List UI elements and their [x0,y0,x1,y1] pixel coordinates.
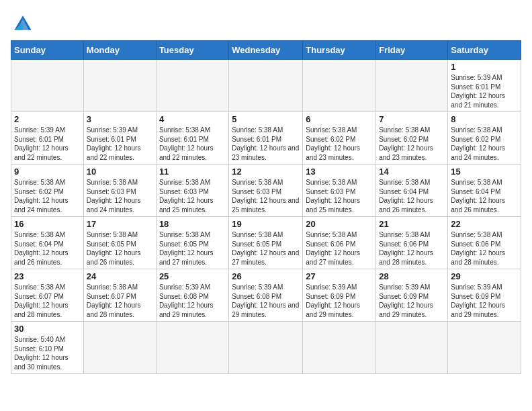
calendar-day-cell: 4Sunrise: 5:38 AM Sunset: 6:01 PM Daylig… [156,112,228,165]
day-number: 6 [306,114,373,124]
calendar-week-3: 9Sunrise: 5:38 AM Sunset: 6:02 PM Daylig… [11,165,521,217]
day-number: 17 [87,219,153,229]
day-info: Sunrise: 5:38 AM Sunset: 6:05 PM Dayligh… [159,230,226,267]
weekday-header-monday: Monday [83,41,156,60]
page-header [11,11,521,35]
calendar-day-cell: 13Sunrise: 5:38 AM Sunset: 6:03 PM Dayli… [303,165,376,217]
day-number: 30 [14,324,81,334]
calendar-day-cell: 11Sunrise: 5:38 AM Sunset: 6:03 PM Dayli… [156,165,228,217]
day-number: 19 [232,219,300,229]
day-info: Sunrise: 5:38 AM Sunset: 6:03 PM Dayligh… [87,178,153,214]
generalblue-logo-icon [11,11,35,35]
weekday-header-friday: Friday [376,41,448,60]
day-info: Sunrise: 5:39 AM Sunset: 6:01 PM Dayligh… [87,126,153,162]
weekday-header-tuesday: Tuesday [156,41,228,60]
calendar-day-cell [83,322,156,374]
calendar-week-1: 1Sunrise: 5:39 AM Sunset: 6:01 PM Daylig… [11,60,521,112]
day-info: Sunrise: 5:39 AM Sunset: 6:08 PM Dayligh… [159,283,226,319]
day-number: 22 [451,219,518,229]
day-info: Sunrise: 5:39 AM Sunset: 6:01 PM Dayligh… [14,126,81,162]
day-info: Sunrise: 5:38 AM Sunset: 6:04 PM Dayligh… [451,178,518,214]
day-number: 15 [451,167,518,177]
calendar-day-cell [376,60,448,112]
day-number: 8 [451,114,518,124]
day-number: 29 [451,271,518,281]
calendar-day-cell: 5Sunrise: 5:38 AM Sunset: 6:01 PM Daylig… [229,112,303,165]
day-number: 1 [451,62,518,72]
calendar-day-cell: 18Sunrise: 5:38 AM Sunset: 6:05 PM Dayli… [156,217,228,269]
weekday-header-wednesday: Wednesday [229,41,303,60]
day-number: 14 [379,167,445,177]
calendar-day-cell: 28Sunrise: 5:39 AM Sunset: 6:09 PM Dayli… [376,269,448,322]
calendar-day-cell: 24Sunrise: 5:38 AM Sunset: 6:07 PM Dayli… [83,269,156,322]
day-info: Sunrise: 5:38 AM Sunset: 6:06 PM Dayligh… [379,230,445,267]
day-number: 26 [232,271,300,281]
day-info: Sunrise: 5:38 AM Sunset: 6:06 PM Dayligh… [451,230,518,267]
calendar-table: SundayMondayTuesdayWednesdayThursdayFrid… [11,40,521,374]
day-info: Sunrise: 5:38 AM Sunset: 6:06 PM Dayligh… [306,230,373,267]
day-number: 18 [159,219,226,229]
day-info: Sunrise: 5:39 AM Sunset: 6:09 PM Dayligh… [306,283,373,319]
calendar-day-cell: 8Sunrise: 5:38 AM Sunset: 6:02 PM Daylig… [448,112,521,165]
day-info: Sunrise: 5:39 AM Sunset: 6:01 PM Dayligh… [451,73,518,109]
calendar-day-cell [156,322,228,374]
calendar-day-cell: 12Sunrise: 5:38 AM Sunset: 6:03 PM Dayli… [229,165,303,217]
day-info: Sunrise: 5:38 AM Sunset: 6:02 PM Dayligh… [306,126,373,162]
day-info: Sunrise: 5:38 AM Sunset: 6:03 PM Dayligh… [306,178,373,214]
day-info: Sunrise: 5:38 AM Sunset: 6:03 PM Dayligh… [159,178,226,214]
weekday-header-sunday: Sunday [11,41,84,60]
day-number: 28 [379,271,445,281]
day-number: 23 [14,271,81,281]
day-number: 21 [379,219,445,229]
calendar-day-cell [83,60,156,112]
day-info: Sunrise: 5:38 AM Sunset: 6:02 PM Dayligh… [14,178,81,214]
calendar-day-cell [156,60,228,112]
day-number: 25 [159,271,226,281]
day-number: 4 [159,114,226,124]
day-info: Sunrise: 5:38 AM Sunset: 6:07 PM Dayligh… [14,283,81,319]
day-info: Sunrise: 5:40 AM Sunset: 6:10 PM Dayligh… [14,335,81,371]
calendar-day-cell: 1Sunrise: 5:39 AM Sunset: 6:01 PM Daylig… [448,60,521,112]
calendar-day-cell [229,322,303,374]
calendar-week-5: 23Sunrise: 5:38 AM Sunset: 6:07 PM Dayli… [11,269,521,322]
calendar-day-cell: 21Sunrise: 5:38 AM Sunset: 6:06 PM Dayli… [376,217,448,269]
day-number: 2 [14,114,81,124]
day-number: 5 [232,114,300,124]
day-number: 3 [87,114,153,124]
day-number: 16 [14,219,81,229]
calendar-week-4: 16Sunrise: 5:38 AM Sunset: 6:04 PM Dayli… [11,217,521,269]
weekday-header-saturday: Saturday [448,41,521,60]
calendar-day-cell: 17Sunrise: 5:38 AM Sunset: 6:05 PM Dayli… [83,217,156,269]
day-info: Sunrise: 5:39 AM Sunset: 6:08 PM Dayligh… [232,283,300,319]
calendar-day-cell: 30Sunrise: 5:40 AM Sunset: 6:10 PM Dayli… [11,322,84,374]
calendar-day-cell [376,322,448,374]
day-info: Sunrise: 5:38 AM Sunset: 6:04 PM Dayligh… [14,230,81,267]
weekday-header-row: SundayMondayTuesdayWednesdayThursdayFrid… [11,41,521,60]
day-info: Sunrise: 5:38 AM Sunset: 6:05 PM Dayligh… [87,230,153,267]
day-info: Sunrise: 5:38 AM Sunset: 6:01 PM Dayligh… [232,126,300,162]
calendar-day-cell: 23Sunrise: 5:38 AM Sunset: 6:07 PM Dayli… [11,269,84,322]
logo [11,11,38,35]
day-info: Sunrise: 5:39 AM Sunset: 6:09 PM Dayligh… [379,283,445,319]
calendar-day-cell [303,322,376,374]
day-info: Sunrise: 5:38 AM Sunset: 6:02 PM Dayligh… [451,126,518,162]
calendar-day-cell: 14Sunrise: 5:38 AM Sunset: 6:04 PM Dayli… [376,165,448,217]
calendar-week-2: 2Sunrise: 5:39 AM Sunset: 6:01 PM Daylig… [11,112,521,165]
day-info: Sunrise: 5:38 AM Sunset: 6:04 PM Dayligh… [379,178,445,214]
day-number: 7 [379,114,445,124]
day-number: 13 [306,167,373,177]
calendar-day-cell: 10Sunrise: 5:38 AM Sunset: 6:03 PM Dayli… [83,165,156,217]
calendar-day-cell: 22Sunrise: 5:38 AM Sunset: 6:06 PM Dayli… [448,217,521,269]
calendar-day-cell: 9Sunrise: 5:38 AM Sunset: 6:02 PM Daylig… [11,165,84,217]
calendar-day-cell: 25Sunrise: 5:39 AM Sunset: 6:08 PM Dayli… [156,269,228,322]
calendar-day-cell: 29Sunrise: 5:39 AM Sunset: 6:09 PM Dayli… [448,269,521,322]
day-info: Sunrise: 5:38 AM Sunset: 6:01 PM Dayligh… [159,126,226,162]
day-number: 27 [306,271,373,281]
day-info: Sunrise: 5:38 AM Sunset: 6:07 PM Dayligh… [87,283,153,319]
calendar-day-cell: 7Sunrise: 5:38 AM Sunset: 6:02 PM Daylig… [376,112,448,165]
calendar-day-cell: 6Sunrise: 5:38 AM Sunset: 6:02 PM Daylig… [303,112,376,165]
day-number: 20 [306,219,373,229]
day-info: Sunrise: 5:38 AM Sunset: 6:05 PM Dayligh… [232,230,300,267]
day-number: 12 [232,167,300,177]
day-number: 11 [159,167,226,177]
